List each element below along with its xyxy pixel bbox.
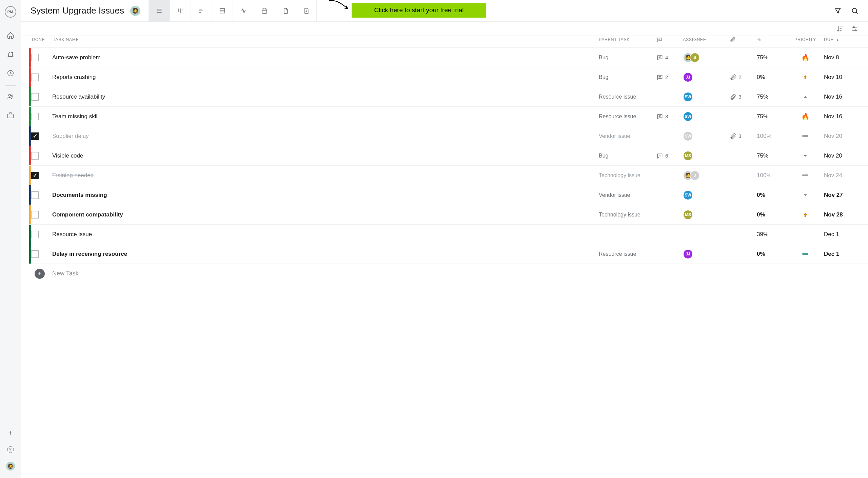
- list-view-tab[interactable]: [149, 0, 170, 22]
- comments-count[interactable]: 3: [656, 113, 668, 120]
- col-attachments[interactable]: [730, 37, 757, 43]
- sort-icon[interactable]: [836, 25, 844, 33]
- col-percent[interactable]: %: [757, 37, 787, 42]
- task-row[interactable]: Training neededTechnology issueJ100%Nov …: [29, 165, 868, 185]
- search-icon[interactable]: [851, 7, 859, 15]
- assignee-group[interactable]: SW: [683, 190, 693, 200]
- parent-task[interactable]: Resource issue: [599, 251, 656, 257]
- assignee-avatar[interactable]: JJ: [683, 72, 693, 82]
- recent-icon[interactable]: [6, 69, 15, 77]
- done-checkbox[interactable]: [31, 93, 39, 101]
- done-checkbox[interactable]: [31, 132, 39, 140]
- task-row[interactable]: Team missing skillResource issue3SW75%No…: [29, 106, 868, 126]
- task-row[interactable]: Component compatabilityTechnology issueM…: [29, 205, 868, 224]
- user-avatar[interactable]: [6, 462, 15, 471]
- parent-task[interactable]: Bug: [599, 74, 656, 80]
- comments-count[interactable]: 6: [656, 152, 668, 159]
- project-owner-avatar[interactable]: [130, 6, 140, 16]
- done-checkbox[interactable]: [31, 231, 39, 238]
- settings-sliders-icon[interactable]: [851, 25, 859, 33]
- file-view-tab[interactable]: [275, 0, 296, 22]
- assignee-group[interactable]: JJ: [683, 72, 693, 82]
- task-name[interactable]: Resource issue: [52, 231, 92, 238]
- task-name[interactable]: Component compatability: [52, 211, 123, 218]
- col-assignee[interactable]: ASSIGNEE: [683, 37, 730, 42]
- task-row[interactable]: Supplier delayVendor issueSW3100%Nov 20: [29, 126, 868, 146]
- task-name[interactable]: Supplier delay: [52, 133, 89, 140]
- gantt-view-tab[interactable]: [191, 0, 212, 22]
- free-trial-button[interactable]: Click here to start your free trial: [352, 3, 486, 18]
- col-name[interactable]: TASK NAME: [53, 37, 599, 42]
- task-row[interactable]: Resource availabilityResource issueSW375…: [29, 87, 868, 106]
- new-task-row[interactable]: + New Task: [29, 264, 868, 283]
- assignee-group[interactable]: SW: [683, 92, 693, 102]
- done-checkbox[interactable]: [31, 211, 39, 219]
- task-row[interactable]: Delay in receiving resourceResource issu…: [29, 244, 868, 264]
- portfolio-icon[interactable]: [6, 111, 15, 120]
- task-name[interactable]: Documents missing: [52, 192, 107, 199]
- task-name[interactable]: Auto-save problem: [52, 54, 101, 61]
- col-comments[interactable]: [656, 37, 683, 43]
- attachment-count[interactable]: 2: [730, 74, 741, 81]
- notifications-icon[interactable]: [6, 50, 15, 58]
- parent-task[interactable]: Technology issue: [599, 212, 656, 218]
- assignee-group[interactable]: J: [683, 170, 700, 181]
- parent-task[interactable]: Resource issue: [599, 113, 656, 120]
- task-row[interactable]: Visible codeBug6MS75%Nov 20: [29, 146, 868, 165]
- col-priority[interactable]: PRIORITY: [787, 37, 824, 42]
- sheet-view-tab[interactable]: [212, 0, 233, 22]
- parent-task[interactable]: Vendor issue: [599, 192, 656, 198]
- board-view-tab[interactable]: [170, 0, 191, 22]
- task-row[interactable]: Reports crashingBug2JJ20%Nov 10: [29, 67, 868, 87]
- add-icon[interactable]: +: [8, 429, 13, 437]
- task-name[interactable]: Training needed: [52, 172, 94, 179]
- col-parent[interactable]: PARENT TASK: [599, 37, 656, 42]
- done-checkbox[interactable]: [31, 54, 39, 61]
- assignee-avatar[interactable]: JJ: [683, 249, 693, 259]
- done-checkbox[interactable]: [31, 74, 39, 81]
- task-name[interactable]: Reports crashing: [52, 74, 96, 81]
- parent-task[interactable]: Bug: [599, 153, 656, 159]
- team-icon[interactable]: [6, 92, 15, 101]
- task-row[interactable]: Documents missingVendor issueSW0%Nov 27: [29, 185, 868, 205]
- assignee-group[interactable]: S: [683, 53, 700, 63]
- assignee-avatar[interactable]: J: [690, 170, 700, 181]
- filter-icon[interactable]: [834, 7, 842, 15]
- parent-task[interactable]: Vendor issue: [599, 133, 656, 139]
- comments-count[interactable]: 4: [656, 54, 668, 61]
- attachment-count[interactable]: 3: [730, 133, 741, 140]
- activity-view-tab[interactable]: [233, 0, 254, 22]
- done-checkbox[interactable]: [31, 250, 39, 258]
- assignee-avatar[interactable]: MS: [683, 210, 693, 220]
- task-row[interactable]: Auto-save problemBug4S75%Nov 8: [29, 47, 868, 67]
- assignee-group[interactable]: SW: [683, 131, 693, 141]
- task-name[interactable]: Resource availability: [52, 93, 105, 100]
- assignee-group[interactable]: MS: [683, 151, 693, 161]
- assignee-group[interactable]: SW: [683, 111, 693, 122]
- assignee-group[interactable]: MS: [683, 210, 693, 220]
- assignee-avatar[interactable]: SW: [683, 190, 693, 200]
- task-name[interactable]: Delay in receiving resource: [52, 251, 127, 257]
- done-checkbox[interactable]: [31, 113, 39, 120]
- assignee-avatar[interactable]: SW: [683, 111, 693, 122]
- task-name[interactable]: Team missing skill: [52, 113, 99, 120]
- task-row[interactable]: Resource issue39%Dec 1: [29, 224, 868, 244]
- home-icon[interactable]: [6, 31, 15, 39]
- done-checkbox[interactable]: [31, 191, 39, 199]
- attachment-count[interactable]: 3: [730, 93, 741, 100]
- assignee-group[interactable]: JJ: [683, 249, 693, 259]
- assignee-avatar[interactable]: SW: [683, 131, 693, 141]
- assignee-avatar[interactable]: S: [690, 53, 700, 63]
- task-name[interactable]: Visible code: [52, 152, 83, 159]
- done-checkbox[interactable]: [31, 152, 39, 160]
- calendar-view-tab[interactable]: [254, 0, 275, 22]
- col-due[interactable]: DUE▲: [824, 37, 868, 42]
- parent-task[interactable]: Resource issue: [599, 94, 656, 100]
- assignee-avatar[interactable]: SW: [683, 92, 693, 102]
- comments-count[interactable]: 2: [656, 74, 668, 81]
- export-view-tab[interactable]: [296, 0, 317, 22]
- col-done[interactable]: DONE: [32, 37, 53, 42]
- add-task-button[interactable]: +: [35, 269, 45, 279]
- help-icon[interactable]: ?: [7, 446, 14, 453]
- assignee-avatar[interactable]: MS: [683, 151, 693, 161]
